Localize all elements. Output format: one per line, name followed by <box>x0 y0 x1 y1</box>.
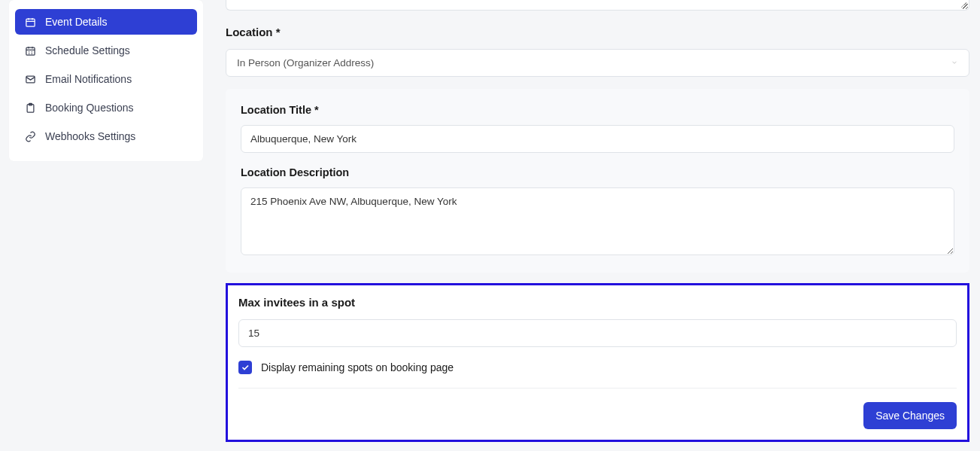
location-section: Location * In Person (Organizer Address)… <box>226 26 969 273</box>
link-icon <box>24 130 36 142</box>
clipboard-icon <box>24 102 36 114</box>
main-form-area: Location * In Person (Organizer Address)… <box>226 0 980 442</box>
max-invitees-input[interactable] <box>238 319 957 347</box>
svg-rect-0 <box>26 19 34 26</box>
sidebar-item-event-details[interactable]: Event Details <box>15 9 197 35</box>
display-remaining-label: Display remaining spots on booking page <box>261 361 454 373</box>
sidebar-item-booking-questions[interactable]: Booking Questions <box>15 95 197 120</box>
location-select-value: In Person (Organizer Address) <box>237 57 374 69</box>
max-invitees-label: Max invitees in a spot <box>238 296 957 309</box>
display-remaining-checkbox[interactable] <box>238 361 252 374</box>
sidebar-item-label: Schedule Settings <box>45 44 130 56</box>
save-changes-button[interactable]: Save Changes <box>863 402 957 429</box>
location-description-label: Location Description <box>241 166 954 178</box>
location-select[interactable]: In Person (Organizer Address) <box>226 49 969 77</box>
max-invitees-section: Max invitees in a spot Display remaining… <box>226 283 969 442</box>
display-remaining-row: Display remaining spots on booking page <box>238 361 957 374</box>
location-title-input[interactable] <box>241 125 954 153</box>
calendar-event-icon <box>24 16 36 28</box>
sidebar-item-label: Booking Questions <box>45 102 134 114</box>
sidebar-item-label: Event Details <box>45 16 107 28</box>
mail-icon <box>24 73 36 85</box>
sidebar-item-webhooks-settings[interactable]: Webhooks Settings <box>15 123 197 149</box>
chevron-down-icon <box>951 57 958 69</box>
form-footer: Save Changes <box>238 402 957 429</box>
location-title-label: Location Title * <box>241 104 954 116</box>
sidebar-item-email-notifications[interactable]: Email Notifications <box>15 66 197 92</box>
location-label: Location * <box>226 26 969 38</box>
section-divider <box>238 388 957 389</box>
sidebar-item-schedule-settings[interactable]: Schedule Settings <box>15 38 197 63</box>
svg-rect-1 <box>26 47 34 55</box>
location-details-panel: Location Title * Location Description <box>226 89 969 273</box>
calendar-icon <box>24 44 36 56</box>
location-description-textarea[interactable] <box>241 187 954 255</box>
settings-sidebar: Event Details Schedule Settings Email No… <box>9 0 203 161</box>
sidebar-item-label: Webhooks Settings <box>45 130 135 142</box>
description-textarea-partial[interactable] <box>226 0 969 11</box>
sidebar-item-label: Email Notifications <box>45 73 132 85</box>
